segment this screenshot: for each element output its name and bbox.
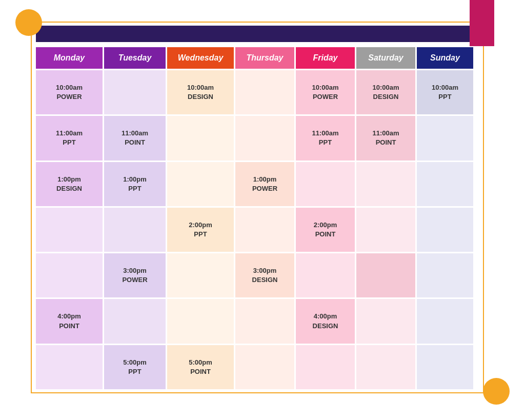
cell-r1-c0: 11:00amPPT <box>36 116 103 160</box>
cell-label: PPT <box>63 138 75 147</box>
cell-r2-c3: 1:00pmPOWER <box>235 162 294 206</box>
header-monday: Monday <box>36 47 103 69</box>
header-friday: Friday <box>296 47 355 69</box>
cell-time: 1:00pm <box>253 175 277 184</box>
cell-time: 3:00pm <box>253 266 277 275</box>
table-row: 1:00pmDESIGN1:00pmPPT1:00pmPOWER <box>36 162 480 206</box>
cell-time: 10:00am <box>312 83 338 92</box>
cell-r6-c4 <box>296 345 355 389</box>
cell-r2-c5 <box>356 162 415 206</box>
decoration-line-top <box>31 22 484 23</box>
cell-r4-c2 <box>167 253 234 297</box>
cell-r0-c6: 10:00amPPT <box>417 70 473 114</box>
cell-r4-c6 <box>417 253 473 297</box>
cell-time: 10:00am <box>187 83 214 92</box>
cell-r5-c2 <box>167 299 234 343</box>
cell-label: POWER <box>313 92 338 102</box>
cell-r0-c0: 10:00amPOWER <box>36 70 103 114</box>
cell-r5-c6 <box>417 299 473 343</box>
cell-r4-c0 <box>36 253 103 297</box>
header-row: MondayTuesdayWednesdayThursdayFridaySatu… <box>36 47 480 69</box>
cell-r5-c5 <box>356 299 415 343</box>
header-sunday: Sunday <box>417 47 473 69</box>
title-bar <box>36 26 480 42</box>
cell-r2-c0: 1:00pmDESIGN <box>36 162 103 206</box>
cell-time: 5:00pm <box>123 358 147 367</box>
cell-r1-c1: 11:00amPOINT <box>104 116 166 160</box>
cell-time: 2:00pm <box>189 221 212 230</box>
cell-r3-c1 <box>104 208 166 252</box>
cell-r3-c2: 2:00pmPPT <box>167 208 234 252</box>
cell-time: 1:00pm <box>57 175 81 184</box>
cell-time: 10:00am <box>56 83 83 92</box>
cell-time: 10:00am <box>372 83 399 92</box>
cell-r2-c1: 1:00pmPPT <box>104 162 166 206</box>
decoration-circle-top-left <box>15 9 42 36</box>
decoration-line-right <box>483 22 484 393</box>
cell-r6-c0 <box>36 345 103 389</box>
cell-label: PPT <box>194 230 207 239</box>
cell-r0-c3 <box>235 70 294 114</box>
cell-r4-c3: 3:00pmDESIGN <box>235 253 294 297</box>
cell-r0-c5: 10:00amDESIGN <box>356 70 415 114</box>
cell-time: 11:00am <box>56 129 83 138</box>
schedule-table: MondayTuesdayWednesdayThursdayFridaySatu… <box>36 47 480 389</box>
cell-time: 5:00pm <box>189 358 212 367</box>
cell-label: POINT <box>190 367 211 376</box>
table-row: 4:00pmPOINT4:00pmDESIGN <box>36 299 480 343</box>
cell-r0-c2: 10:00amDESIGN <box>167 70 234 114</box>
cell-r6-c5 <box>356 345 415 389</box>
cell-r3-c4: 2:00pmPOINT <box>296 208 355 252</box>
cell-r6-c1: 5:00pmPPT <box>104 345 166 389</box>
cell-r1-c2 <box>167 116 234 160</box>
cell-r0-c4: 10:00amPOWER <box>296 70 355 114</box>
table-row: 5:00pmPPT5:00pmPOINT <box>36 345 480 389</box>
cell-label: POWER <box>122 275 147 285</box>
decoration-circle-bottom-right <box>483 378 510 405</box>
cell-r5-c3 <box>235 299 294 343</box>
cell-label: PPT <box>438 92 451 102</box>
main-content: MondayTuesdayWednesdayThursdayFridaySatu… <box>36 26 480 389</box>
cell-label: POINT <box>59 322 79 331</box>
data-rows: 10:00amPOWER10:00amDESIGN10:00amPOWER10:… <box>36 70 480 389</box>
cell-label: DESIGN <box>56 184 82 193</box>
cell-r2-c6 <box>417 162 473 206</box>
cell-time: 3:00pm <box>123 266 147 275</box>
cell-r3-c6 <box>417 208 473 252</box>
cell-label: POINT <box>125 138 145 147</box>
cell-time: 1:00pm <box>123 175 147 184</box>
cell-label: POWER <box>56 92 82 102</box>
cell-time: 4:00pm <box>57 312 81 321</box>
cell-label: PPT <box>319 138 332 147</box>
cell-r2-c2 <box>167 162 234 206</box>
cell-label: POWER <box>252 184 277 193</box>
decoration-rect-top-right <box>470 0 494 46</box>
cell-label: DESIGN <box>252 275 278 285</box>
cell-label: DESIGN <box>188 92 213 102</box>
cell-r4-c5 <box>356 253 415 297</box>
cell-time: 11:00am <box>122 129 148 138</box>
cell-label: PPT <box>128 367 141 376</box>
cell-label: DESIGN <box>313 322 338 331</box>
cell-label: PPT <box>128 184 141 193</box>
cell-label: DESIGN <box>373 92 399 102</box>
header-thursday: Thursday <box>235 47 294 69</box>
cell-time: 4:00pm <box>314 312 337 321</box>
cell-time: 11:00am <box>312 129 338 138</box>
cell-r6-c6 <box>417 345 473 389</box>
cell-r4-c1: 3:00pmPOWER <box>104 253 166 297</box>
cell-label: POINT <box>376 138 396 147</box>
cell-r4-c4 <box>296 253 355 297</box>
cell-label: POINT <box>315 230 336 239</box>
cell-r1-c3 <box>235 116 294 160</box>
cell-r1-c5: 11:00amPOINT <box>356 116 415 160</box>
cell-r6-c3 <box>235 345 294 389</box>
cell-r3-c3 <box>235 208 294 252</box>
cell-r5-c0: 4:00pmPOINT <box>36 299 103 343</box>
table-row: 10:00amPOWER10:00amDESIGN10:00amPOWER10:… <box>36 70 480 114</box>
cell-r3-c5 <box>356 208 415 252</box>
cell-time: 11:00am <box>372 129 399 138</box>
table-row: 3:00pmPOWER3:00pmDESIGN <box>36 253 480 297</box>
header-saturday: Saturday <box>356 47 415 69</box>
cell-time: 2:00pm <box>314 221 337 230</box>
